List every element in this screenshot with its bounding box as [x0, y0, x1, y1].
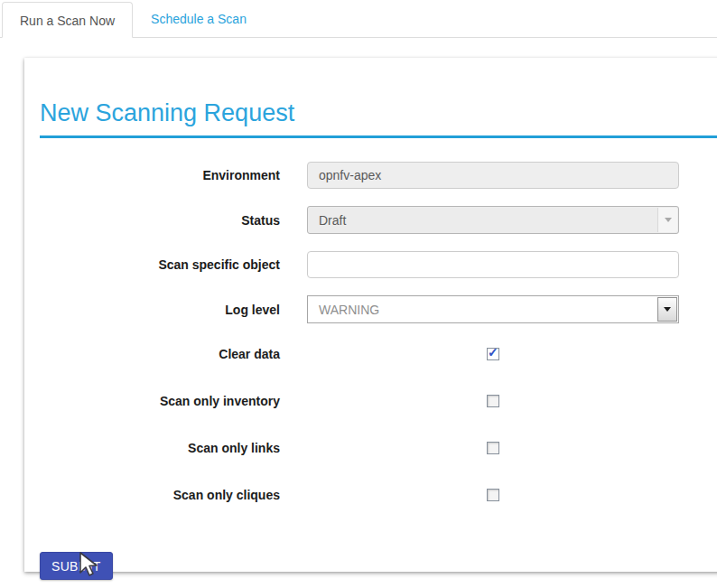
- form-row-scan-specific-object: Scan specific object: [40, 251, 717, 278]
- scan-only-inventory-label: Scan only inventory: [40, 394, 280, 408]
- tab-bar: Run a Scan Now Schedule a Scan: [0, 0, 717, 38]
- clear-data-checkbox[interactable]: ✓: [487, 348, 499, 360]
- title-underline: [40, 135, 717, 138]
- chevron-down-icon: [665, 218, 672, 222]
- log-level-select[interactable]: WARNING: [307, 295, 679, 323]
- form-row-scan-only-links: Scan only links: [40, 434, 717, 462]
- environment-label: Environment: [40, 168, 280, 182]
- form-row-scan-only-inventory: Scan only inventory: [40, 387, 717, 415]
- scan-request-panel: New Scanning Request Environment Status …: [24, 58, 717, 572]
- scan-only-links-label: Scan only links: [40, 441, 280, 455]
- dropdown-arrow-button[interactable]: [657, 297, 677, 322]
- checkmark-icon: ✓: [488, 345, 498, 359]
- tab-run-a-scan-now[interactable]: Run a Scan Now: [2, 2, 133, 38]
- status-select-value: Draft: [308, 213, 678, 228]
- form-row-status: Status Draft: [40, 206, 717, 234]
- scan-only-cliques-label: Scan only cliques: [40, 488, 280, 502]
- log-level-label: Log level: [40, 303, 280, 317]
- scan-only-inventory-checkbox[interactable]: [487, 395, 499, 407]
- form-row-scan-only-cliques: Scan only cliques: [40, 481, 717, 509]
- submit-button[interactable]: SUBMIT: [40, 552, 113, 580]
- scan-specific-object-label: Scan specific object: [40, 257, 280, 272]
- form-row-log-level: Log level WARNING: [40, 295, 717, 323]
- environment-field: [307, 162, 679, 189]
- form-row-environment: Environment: [40, 162, 717, 189]
- tab-schedule-a-scan[interactable]: Schedule a Scan: [133, 1, 265, 37]
- status-label: Status: [40, 213, 280, 228]
- clear-data-label: Clear data: [40, 347, 280, 361]
- scan-only-cliques-checkbox[interactable]: [487, 489, 499, 501]
- scan-request-form: Environment Status Draft Scan specific o…: [40, 162, 717, 580]
- dropdown-arrow-button: [657, 208, 677, 232]
- status-select: Draft: [307, 206, 679, 234]
- page-title: New Scanning Request: [40, 99, 717, 127]
- scan-only-links-checkbox[interactable]: [487, 442, 499, 454]
- log-level-select-value: WARNING: [308, 303, 678, 317]
- scan-specific-object-field[interactable]: [307, 251, 679, 278]
- form-row-clear-data: Clear data ✓: [40, 341, 717, 368]
- chevron-down-icon: [664, 307, 671, 312]
